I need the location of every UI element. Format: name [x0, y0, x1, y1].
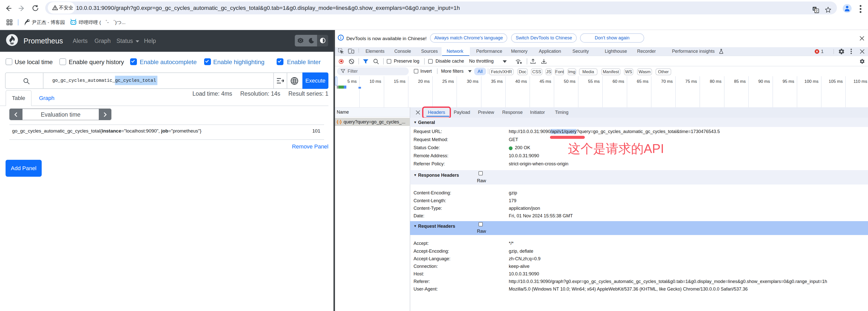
svg-text:文: 文	[815, 9, 818, 13]
